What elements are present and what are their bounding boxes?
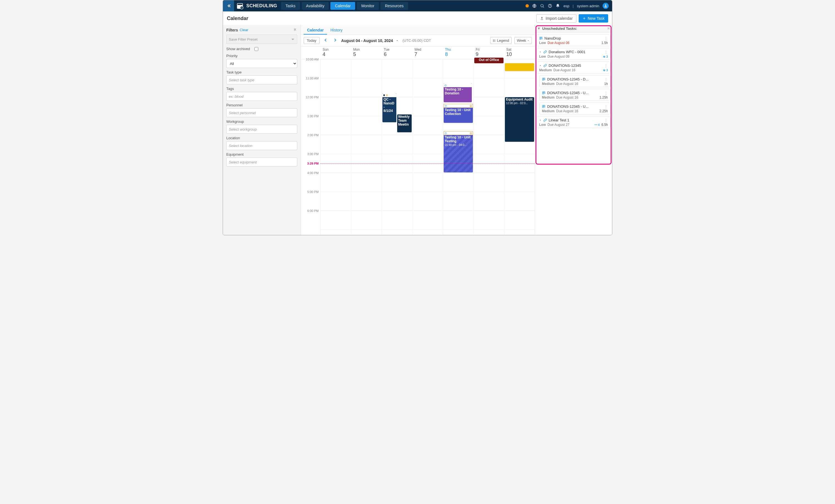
legend-button[interactable]: Legend [490,37,512,44]
day-header[interactable]: Sat10 [504,46,535,59]
notification-dot-icon[interactable] [526,4,529,7]
caret-down-icon[interactable] [396,39,399,42]
user-avatar[interactable] [603,3,609,9]
calendar-event[interactable]: Equipment Audit12:00 pm - 02:0... [505,97,534,142]
task-title: Linear Test 1 [549,118,602,122]
collapse-panel-button[interactable] [293,27,297,32]
task-type-input[interactable]: Select task type [226,76,297,84]
day-header[interactable]: Sun4 [320,46,351,59]
day-header[interactable]: Mon5 [351,46,382,59]
chevron-bar-left-icon [293,27,297,32]
lang-label[interactable]: esp [563,4,569,8]
day-header[interactable]: Thu8 [443,46,473,59]
chevron-bar-right-icon [607,27,610,30]
user-name[interactable]: system admin [577,4,599,8]
day-column[interactable] [412,59,443,235]
day-column[interactable]: Out of Office [473,59,504,235]
clear-filters-link[interactable]: Clear [240,28,248,32]
nav-tab-resources[interactable]: Resources [381,2,408,10]
task-due: Due August 16 [556,109,578,113]
tags-input[interactable]: ex: blood [226,92,297,101]
location-input[interactable]: Select location [226,141,297,150]
unscheduled-task-card[interactable]: Donations WFC - 0001⋮LowDue August 093 [537,48,610,60]
chevron-down-icon[interactable] [539,64,542,67]
show-archived-checkbox[interactable] [254,47,258,51]
calendar-event[interactable]: WeeklyTeamMeetin [397,115,412,132]
task-menu-button[interactable]: ⋮ [604,91,608,95]
help-icon[interactable] [548,4,552,8]
next-week-button[interactable] [332,37,339,44]
nav-tab-availability[interactable]: Availability [302,2,329,10]
date-range[interactable]: August 04 - August 10, 2024 [341,38,393,43]
unscheduled-task-card[interactable]: DONATIONS-12345 - D...⋮MediumDue August … [539,75,610,87]
day-column[interactable]: Equipment Audit12:00 pm - 02:0... [504,59,535,235]
unscheduled-task-card[interactable]: DONATIONS-12345 - U...⋮MediumDue August … [539,102,610,115]
personnel-input[interactable]: Select personnel [226,108,297,117]
expand-panel-button[interactable] [607,27,610,31]
nav-tab-calendar[interactable]: Calendar [330,2,355,10]
task-menu-button[interactable]: ⋮ [604,105,608,108]
task-menu-button[interactable]: ⋮ [604,37,608,40]
chevron-left-icon [323,38,328,42]
task-menu-button[interactable]: ⋮ [604,64,608,68]
chevron-right-icon[interactable] [539,51,542,53]
day-header[interactable]: Wed7 [412,46,443,59]
search-icon[interactable] [540,4,545,8]
workgroup-input[interactable]: Select workgroup [226,125,297,134]
app-icon [235,1,245,11]
new-task-button[interactable]: New Task [579,14,608,23]
timezone: (UTC-05:00) CDT [403,38,431,43]
task-priority: Medium [542,109,554,113]
svg-point-5 [541,4,543,7]
filter-icon[interactable] [537,27,541,31]
subtab-calendar[interactable]: Calendar [304,26,327,35]
nav-tab-tasks[interactable]: Tasks [281,2,300,10]
svg-rect-46 [543,107,544,108]
task-menu-button[interactable]: ⋮ [604,77,608,81]
task-menu-button[interactable]: ⋮ [604,118,608,122]
import-calendar-button[interactable]: Import calendar [536,14,576,23]
unscheduled-task-card[interactable]: DONATIONS-12345 - U...⋮MediumDue August … [539,89,610,101]
bell-icon[interactable] [555,4,560,8]
calendar-event[interactable]: Out of Office [474,58,504,63]
back-button[interactable] [223,0,234,12]
equipment-input[interactable]: Select equipment [226,158,297,166]
day-header[interactable]: Fri9 [473,46,504,59]
unscheduled-task-card[interactable]: DONATIONS-12345⋮MediumDue August 163 [537,62,610,74]
task-due: Due August 16 [553,68,575,72]
subtask-tree-icon [603,69,606,72]
separator: | [572,4,573,8]
priority-select[interactable]: All [226,59,297,68]
plus-icon [582,16,586,20]
day-column[interactable] [320,59,351,235]
prev-week-button[interactable] [322,37,329,44]
personnel-label: Personnel [226,103,297,107]
now-time-label: 3:29 PM [307,162,319,165]
unscheduled-task-card[interactable]: NanoDrop⋮LowDue August 061.5h [537,34,610,46]
today-button[interactable]: Today [304,37,320,44]
person-icon [604,4,608,8]
svg-rect-36 [604,69,605,70]
day-header[interactable]: Tue6 [382,46,412,59]
calendar-event[interactable]: Testing 10 - Unit Collection [444,104,473,123]
link-icon [543,64,547,67]
calendar-event[interactable]: QC -NanoD-8/1/24 [383,93,396,122]
chevron-right-icon[interactable] [539,119,542,121]
filter-preset-dropdown[interactable]: Save Filter Preset [226,35,297,44]
calendar-event[interactable]: Testing 10 - Donation [444,83,472,102]
task-icon [542,105,546,108]
view-selector[interactable]: Week [514,37,532,44]
task-due: Due August 16 [556,96,578,99]
globe-icon[interactable] [532,4,537,8]
unscheduled-task-card[interactable]: Linear Test 1⋮LowDue August 2746.5h [537,116,610,128]
calendar-event[interactable] [505,63,534,71]
svg-point-29 [471,134,471,134]
nav-tab-monitor[interactable]: Monitor [357,2,379,10]
calendar-grid[interactable]: Sun4Mon5Tue6Wed7Thu8Fri9Sat10 QC -NanoD-… [320,46,535,235]
calendar-event[interactable]: Testing 10 - Unit Testing01:48 pm - 04:0… [444,131,473,173]
day-column[interactable]: Testing 10 - DonationTesting 10 - Unit C… [443,59,473,235]
day-column[interactable] [351,59,382,235]
subtab-history[interactable]: History [327,26,346,35]
day-column[interactable]: QC -NanoD-8/1/24WeeklyTeamMeetin [382,59,412,235]
task-menu-button[interactable]: ⋮ [604,50,608,54]
